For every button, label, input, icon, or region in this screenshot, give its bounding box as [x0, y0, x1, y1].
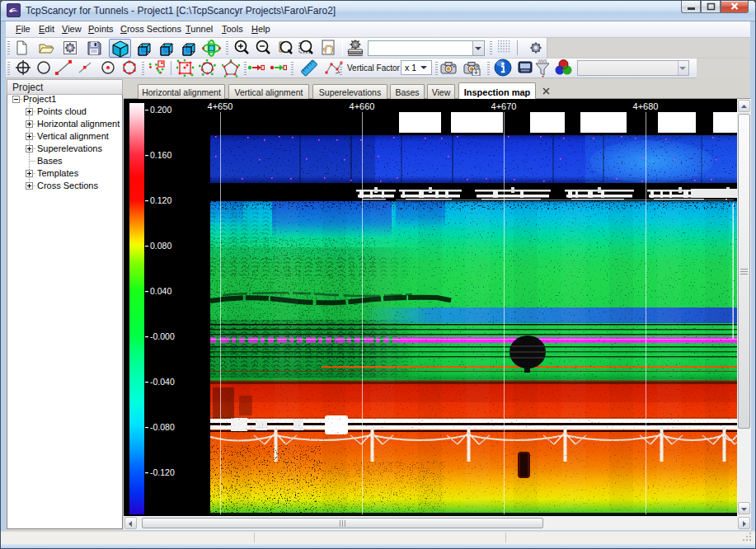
- svg-text:4+660: 4+660: [350, 101, 375, 111]
- svg-text:Horizontal alignment: Horizontal alignment: [37, 119, 120, 129]
- svg-text:WMS: WMS: [538, 59, 547, 63]
- svg-text:Points cloud: Points cloud: [37, 106, 87, 116]
- svg-text:Superelevations: Superelevations: [37, 143, 102, 153]
- svg-text:Project1: Project1: [23, 95, 56, 104]
- svg-text:-0.080: -0.080: [150, 422, 175, 432]
- svg-text:Bases: Bases: [37, 156, 63, 166]
- svg-text:0.040: 0.040: [150, 286, 171, 296]
- svg-text:0.200: 0.200: [150, 105, 171, 115]
- svg-text:-0.040: -0.040: [150, 377, 175, 387]
- svg-text:4+650: 4+650: [208, 101, 233, 111]
- svg-text:0.120: 0.120: [150, 195, 171, 205]
- svg-text:0.160: 0.160: [150, 150, 171, 160]
- svg-text:Cross Sections: Cross Sections: [37, 181, 98, 190]
- svg-text:Vertical alignment: Vertical alignment: [37, 131, 109, 141]
- svg-text:-0.120: -0.120: [150, 467, 175, 477]
- svg-text:0.080: 0.080: [150, 241, 171, 251]
- svg-text:4+680: 4+680: [633, 101, 659, 111]
- svg-text:Templates: Templates: [37, 168, 79, 178]
- svg-text:-0.000: -0.000: [150, 331, 175, 341]
- svg-text:4+670: 4+670: [491, 101, 517, 111]
